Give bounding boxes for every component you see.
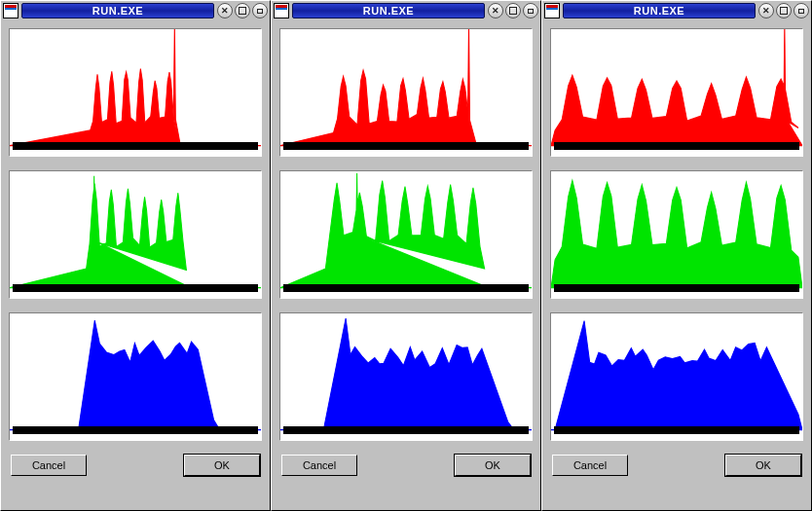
histogram-green xyxy=(279,170,533,299)
histogram-red xyxy=(9,28,262,157)
histogram-blue xyxy=(9,312,262,441)
axis-bar xyxy=(283,142,529,150)
app-icon[interactable] xyxy=(274,3,289,18)
axis-bar xyxy=(13,142,258,150)
close-icon[interactable]: ✕ xyxy=(217,3,233,18)
histogram-blue xyxy=(550,312,803,441)
minimize-icon[interactable] xyxy=(523,3,538,18)
ok-button[interactable]: OK xyxy=(184,455,260,476)
titlebar[interactable]: RUN.EXE ✕ xyxy=(542,1,811,20)
axis-bar xyxy=(554,284,799,292)
svg-rect-2 xyxy=(510,8,517,15)
histogram-red xyxy=(550,28,803,157)
ok-button[interactable]: OK xyxy=(725,455,801,476)
histogram-green xyxy=(9,170,262,299)
minimize-icon[interactable] xyxy=(794,3,809,18)
window-2: RUN.EXE ✕ Cancel OK xyxy=(541,0,812,511)
window-title: RUN.EXE xyxy=(21,3,214,18)
svg-rect-3 xyxy=(529,10,534,14)
histogram-red xyxy=(279,28,533,157)
app-icon[interactable] xyxy=(3,3,18,18)
maximize-icon[interactable] xyxy=(235,3,250,18)
svg-rect-4 xyxy=(781,8,788,15)
histogram-green xyxy=(550,170,803,299)
ok-button[interactable]: OK xyxy=(455,455,531,476)
window-title: RUN.EXE xyxy=(563,3,756,18)
window-1: RUN.EXE ✕ Cancel OK xyxy=(271,0,541,511)
close-icon[interactable]: ✕ xyxy=(758,3,774,18)
axis-bar xyxy=(13,284,258,292)
titlebar[interactable]: RUN.EXE ✕ xyxy=(272,1,540,20)
axis-bar xyxy=(283,284,529,292)
maximize-icon[interactable] xyxy=(505,3,521,18)
svg-rect-0 xyxy=(240,8,246,15)
window-title: RUN.EXE xyxy=(292,3,485,18)
cancel-button[interactable]: Cancel xyxy=(281,455,357,476)
window-0: RUN.EXE ✕ Cancel OK xyxy=(0,0,271,511)
svg-rect-5 xyxy=(799,10,804,14)
maximize-icon[interactable] xyxy=(776,3,792,18)
cancel-button[interactable]: Cancel xyxy=(11,455,87,476)
minimize-icon[interactable] xyxy=(252,3,268,18)
axis-bar xyxy=(554,142,799,150)
axis-bar xyxy=(554,426,799,434)
app-icon[interactable] xyxy=(544,3,560,18)
close-icon[interactable]: ✕ xyxy=(488,3,503,18)
titlebar[interactable]: RUN.EXE ✕ xyxy=(1,1,270,20)
axis-bar xyxy=(13,426,258,434)
svg-rect-1 xyxy=(258,10,263,14)
cancel-button[interactable]: Cancel xyxy=(552,455,628,476)
histogram-blue xyxy=(279,312,533,441)
axis-bar xyxy=(283,426,529,434)
